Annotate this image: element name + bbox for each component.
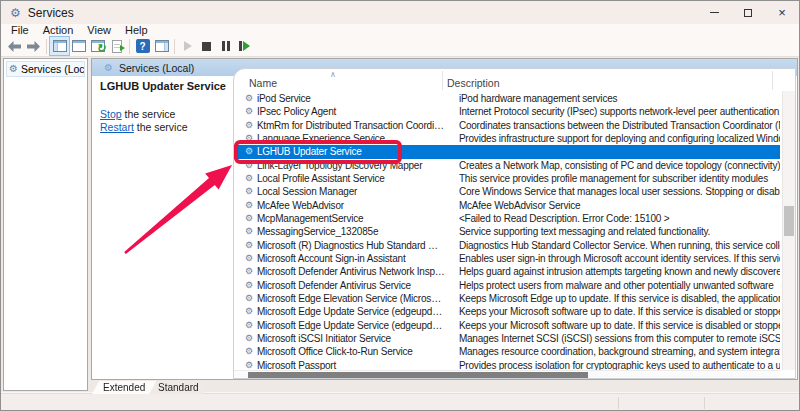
table-row[interactable]: ⚙ Microsoft Edge Update Service (edgeupd…: [234, 319, 780, 332]
help-button[interactable]: ?: [133, 37, 152, 55]
service-gear-icon: ⚙: [245, 107, 253, 116]
back-arrow-icon: [8, 41, 21, 52]
services-node-icon: ⚙: [9, 64, 18, 74]
table-row[interactable]: ⚙ Microsoft Defender Antivirus Service H…: [234, 279, 780, 292]
back-button[interactable]: [5, 37, 24, 55]
service-description-cell: Manages resource coordination, backgroun…: [459, 346, 780, 357]
menu-help[interactable]: Help: [118, 24, 155, 36]
service-description-cell: Helps protect users from malware and oth…: [459, 280, 780, 291]
restart-service-link[interactable]: Restart: [100, 121, 134, 133]
table-row[interactable]: ⚙ Microsoft Defender Antivirus Network I…: [234, 265, 780, 278]
maximize-icon: [744, 9, 752, 17]
horizontal-scrollbar[interactable]: [234, 370, 780, 378]
column-divider[interactable]: [772, 71, 773, 90]
column-divider[interactable]: [442, 71, 443, 90]
tree-item-services-local[interactable]: ⚙ Services (Local): [6, 61, 85, 77]
show-console-tree-button[interactable]: [50, 37, 69, 55]
table-row[interactable]: ⚙ Local Session Manager Core Windows Ser…: [234, 185, 780, 198]
selected-service-title: LGHUB Updater Service: [100, 80, 232, 92]
service-description-cell: Core Windows Service that manages local …: [459, 186, 780, 197]
menu-view[interactable]: View: [80, 24, 118, 36]
service-description-cell: Provides infrastructure support for depl…: [459, 133, 780, 144]
table-row[interactable]: ⚙ Language Experience Service Provides i…: [234, 132, 780, 145]
start-service-button[interactable]: [178, 37, 197, 55]
panel-header-label: Services (Local): [119, 62, 194, 74]
export-list-button[interactable]: [107, 37, 126, 55]
show-action-pane-button[interactable]: [152, 37, 171, 55]
close-icon: ×: [778, 6, 786, 19]
service-name-cell: Link-Layer Topology Discovery Mapper: [257, 160, 445, 171]
table-row[interactable]: ⚙ Microsoft Edge Elevation Service (Micr…: [234, 292, 780, 305]
service-gear-icon: ⚙: [245, 361, 253, 370]
tree-item-label: Services (Local): [21, 63, 85, 75]
table-row[interactable]: ⚙ Microsoft Account Sign-in Assistant En…: [234, 252, 780, 265]
table-row[interactable]: ⚙ iPod Service iPod hardware management …: [234, 92, 780, 105]
services-app-icon: ⚙: [10, 7, 21, 19]
service-gear-icon: ⚙: [245, 294, 253, 303]
restart-service-line: Restart the service: [100, 121, 232, 134]
stop-icon: [202, 42, 211, 51]
refresh-button[interactable]: ↻: [88, 37, 107, 55]
service-name-cell: Microsoft Edge Elevation Service (Micros…: [257, 293, 445, 304]
minimize-button[interactable]: [697, 1, 731, 24]
service-name-cell: iPod Service: [257, 93, 445, 104]
table-row[interactable]: ⚙ Link-Layer Topology Discovery Mapper C…: [234, 159, 780, 172]
stop-service-link[interactable]: Stop: [100, 108, 122, 120]
console-tree-icon: [53, 40, 67, 52]
forward-button[interactable]: [24, 37, 43, 55]
service-gear-icon: ⚙: [245, 267, 253, 276]
table-row[interactable]: ⚙ KtmRm for Distributed Transaction Coor…: [234, 119, 780, 132]
table-row[interactable]: ⚙ LGHUB Updater Service: [234, 145, 780, 158]
table-row[interactable]: ⚙ IPsec Policy Agent Internet Protocol s…: [234, 105, 780, 118]
table-row[interactable]: ⚙ Microsoft Edge Update Service (edgeupd…: [234, 305, 780, 318]
service-gear-icon: ⚙: [245, 307, 253, 316]
vertical-scrollbar[interactable]: [782, 91, 795, 370]
help-icon: ?: [136, 39, 150, 53]
menu-file[interactable]: File: [4, 24, 36, 36]
service-name-cell: McAfee WebAdvisor: [257, 200, 445, 211]
service-name-cell: Microsoft Office Click-to-Run Service: [257, 346, 445, 357]
service-name-cell: IPsec Policy Agent: [257, 106, 445, 117]
main-panel: ⚙ Services (Local) LGHUB Updater Service…: [91, 58, 798, 380]
service-gear-icon: ⚙: [245, 281, 253, 290]
service-description-cell: Keeps Microsoft Edge up to update. If th…: [459, 293, 780, 304]
service-name-cell: Microsoft iSCSI Initiator Service: [257, 333, 445, 344]
vertical-scrollbar-thumb[interactable]: [784, 206, 794, 236]
service-gear-icon: ⚙: [245, 187, 253, 196]
service-gear-icon: ⚙: [245, 254, 253, 263]
properties-button[interactable]: [69, 37, 88, 55]
service-gear-icon: ⚙: [245, 134, 253, 143]
tab-extended[interactable]: Extended: [92, 381, 156, 394]
table-row[interactable]: ⚙ Local Profile Assistant Service This s…: [234, 172, 780, 185]
horizontal-scrollbar-thumb[interactable]: [248, 372, 588, 378]
table-row[interactable]: ⚙ Microsoft (R) Diagnostics Hub Standard…: [234, 239, 780, 252]
table-row[interactable]: ⚙ Microsoft Office Click-to-Run Service …: [234, 345, 780, 358]
service-name-cell: Local Session Manager: [257, 186, 445, 197]
service-gear-icon: ⚙: [245, 147, 253, 156]
table-row[interactable]: ⚙ McAfee WebAdvisor McAfee WebAdvisor Se…: [234, 199, 780, 212]
service-gear-icon: ⚙: [245, 214, 253, 223]
list-header: ∧ Name Description: [234, 69, 795, 91]
close-button[interactable]: ×: [765, 1, 799, 24]
toolbar-separator: [46, 39, 47, 54]
menu-action[interactable]: Action: [36, 24, 81, 36]
service-description-cell: Helps guard against intrusion attempts t…: [459, 266, 780, 277]
stop-service-button[interactable]: [197, 37, 216, 55]
maximize-button[interactable]: [731, 1, 765, 24]
status-bar-divider: [704, 397, 705, 409]
column-header-name[interactable]: Name: [249, 77, 277, 89]
table-row[interactable]: ⚙ McpManagementService <Failed to Read D…: [234, 212, 780, 225]
column-header-description[interactable]: Description: [447, 77, 500, 89]
service-name-cell: Microsoft Account Sign-in Assistant: [257, 253, 445, 264]
service-gear-icon: ⚙: [245, 347, 253, 356]
service-description-cell: Internet Protocol security (IPsec) suppo…: [459, 106, 780, 117]
pause-service-button[interactable]: [216, 37, 235, 55]
extended-info-pane: LGHUB Updater Service Stop the service R…: [100, 80, 232, 134]
stop-service-line: Stop the service: [100, 108, 232, 121]
tab-standard[interactable]: Standard: [147, 381, 210, 394]
restart-service-button[interactable]: [235, 37, 254, 55]
restart-service-suffix: the service: [134, 121, 188, 133]
service-gear-icon: ⚙: [245, 121, 253, 130]
table-row[interactable]: ⚙ MessagingService_132085e Service suppo…: [234, 225, 780, 238]
table-row[interactable]: ⚙ Microsoft iSCSI Initiator Service Mana…: [234, 332, 780, 345]
